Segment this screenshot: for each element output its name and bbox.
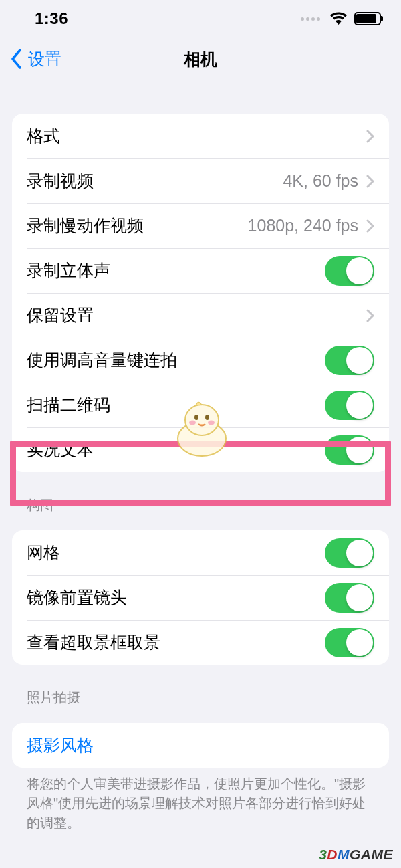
row-view-outside-frame: 查看超取景框取景 <box>12 620 389 665</box>
row-preserve-settings[interactable]: 保留设置 <box>12 293 389 338</box>
row-record-slomo[interactable]: 录制慢动作视频 1080p, 240 fps <box>12 203 389 248</box>
cellular-dots-icon <box>301 17 320 21</box>
row-label: 扫描二维码 <box>27 394 325 416</box>
battery-icon <box>354 12 381 25</box>
back-button[interactable]: 设置 <box>11 48 61 70</box>
row-label: 录制视频 <box>27 170 283 192</box>
row-label: 网格 <box>27 542 325 564</box>
settings-group-photo-capture: 摄影风格 <box>12 723 389 768</box>
row-label: 保留设置 <box>27 304 366 326</box>
toggle-scan-qr[interactable] <box>325 391 374 420</box>
toggle-live-text[interactable] <box>325 435 374 465</box>
watermark-text: 3DMGAME <box>319 847 393 863</box>
status-time: 1:36 <box>35 9 68 28</box>
chevron-left-icon <box>11 49 23 69</box>
row-label: 使用调高音量键连拍 <box>27 349 325 371</box>
row-label: 镜像前置镜头 <box>27 586 325 609</box>
row-scan-qr: 扫描二维码 <box>12 383 389 427</box>
status-bar: 1:36 <box>0 0 401 37</box>
row-label: 摄影风格 <box>27 734 374 756</box>
row-value: 4K, 60 fps <box>283 171 358 191</box>
status-indicators <box>301 12 381 25</box>
navigation-bar: 设置 相机 <box>0 37 401 80</box>
row-record-video[interactable]: 录制视频 4K, 60 fps <box>12 158 389 203</box>
row-label: 录制立体声 <box>27 259 325 282</box>
wifi-icon <box>329 12 348 25</box>
settings-group-main: 格式 录制视频 4K, 60 fps 录制慢动作视频 1080p, 240 fp… <box>12 114 389 472</box>
page-title: 相机 <box>184 48 217 70</box>
settings-group-composition: 网格 镜像前置镜头 查看超取景框取景 <box>12 530 389 665</box>
row-photographic-styles[interactable]: 摄影风格 <box>12 723 389 768</box>
toggle-stereo[interactable] <box>325 256 374 286</box>
row-stereo: 录制立体声 <box>12 248 389 293</box>
row-formats[interactable]: 格式 <box>12 114 389 158</box>
back-label: 设置 <box>28 48 61 70</box>
row-value: 1080p, 240 fps <box>248 216 358 235</box>
chevron-right-icon <box>366 219 374 233</box>
group-header-composition: 构图 <box>12 496 389 521</box>
group-header-photo-capture: 照片拍摄 <box>12 689 389 714</box>
chevron-right-icon <box>366 130 374 143</box>
chevron-right-icon <box>366 175 374 188</box>
row-live-text: 实况文本 <box>12 427 389 472</box>
toggle-mirror-front[interactable] <box>325 583 374 613</box>
row-label: 查看超取景框取景 <box>27 631 325 653</box>
row-label: 录制慢动作视频 <box>27 215 248 237</box>
toggle-volume-burst[interactable] <box>325 346 374 375</box>
toggle-view-outside-frame[interactable] <box>325 628 374 657</box>
row-label: 实况文本 <box>27 439 325 461</box>
row-mirror-front: 镜像前置镜头 <box>12 575 389 620</box>
row-grid: 网格 <box>12 530 389 575</box>
row-label: 格式 <box>27 125 366 147</box>
group-footer-photo-capture: 将您的个人审美带进摄影作品，使照片更加个性化。"摄影风格"使用先进的场景理解技术… <box>12 768 389 833</box>
chevron-right-icon <box>366 309 374 322</box>
row-volume-burst: 使用调高音量键连拍 <box>12 338 389 383</box>
toggle-grid[interactable] <box>325 538 374 568</box>
